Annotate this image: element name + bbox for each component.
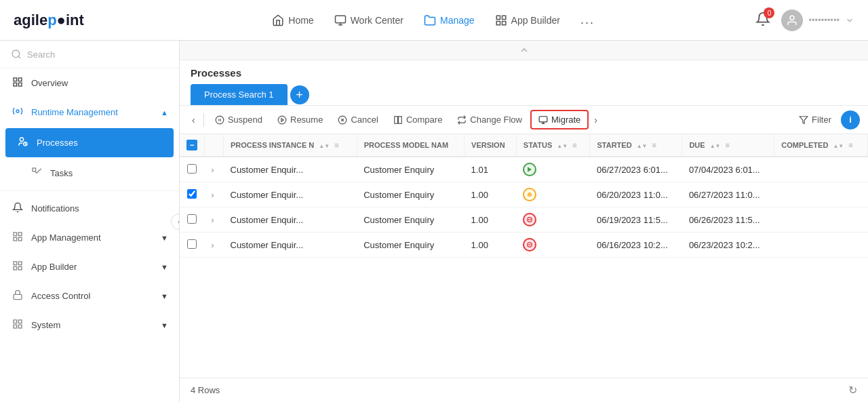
svg-point-15 xyxy=(20,138,23,141)
th-completed: COMPLETED ▲▼ ≡ xyxy=(774,134,868,157)
col-settings-1[interactable]: ≡ xyxy=(334,141,338,149)
cell-due: 07/04/2023 6:01... xyxy=(682,157,774,182)
row-checkbox-3[interactable] xyxy=(187,239,197,249)
refresh-button[interactable]: ↻ xyxy=(848,384,857,397)
suspend-button[interactable]: Suspend xyxy=(208,111,269,128)
col-settings-started[interactable]: ≡ xyxy=(652,141,656,149)
cell-expand: › xyxy=(205,182,224,207)
col-settings-due[interactable]: ≡ xyxy=(726,141,730,149)
sidebar-item-notifications[interactable]: Notifications xyxy=(0,194,179,223)
info-label: i xyxy=(849,115,852,125)
th-process-instance-label: PROCESS INSTANCE N xyxy=(231,141,314,149)
migrate-button[interactable]: Migrate xyxy=(530,110,589,129)
sidebar-item-access-control[interactable]: Access Control ▼ xyxy=(0,281,179,310)
table-row: ›Customer Enquir...Customer Enquiry1.010… xyxy=(180,157,868,182)
nav-home[interactable]: Home xyxy=(272,14,313,26)
folder-icon xyxy=(424,14,436,26)
col-settings-completed[interactable]: ≡ xyxy=(848,141,852,149)
runtime-icon xyxy=(11,106,24,119)
sidebar-item-runtime-management[interactable]: Runtime Management ▲ xyxy=(0,98,179,127)
back-button[interactable]: ‹ xyxy=(188,112,199,128)
user-icon xyxy=(786,14,798,26)
cancel-button[interactable]: Cancel xyxy=(331,111,384,128)
status-icon-1 xyxy=(523,188,536,201)
sidebar-item-processes[interactable]: Processes xyxy=(5,128,174,157)
change-flow-icon xyxy=(457,115,467,125)
filter-label: Filter xyxy=(812,115,831,125)
expand-button-0[interactable]: › xyxy=(212,165,214,175)
th-process-model-label: PROCESS MODEL NAM xyxy=(364,141,448,149)
processes-header: Processes Process Search 1 + xyxy=(180,60,868,106)
cell-process-instance: Customer Enquir... xyxy=(224,157,357,182)
nav-more[interactable]: ... xyxy=(580,13,595,27)
expand-button-2[interactable]: › xyxy=(212,216,214,225)
th-expand xyxy=(205,134,224,157)
svg-rect-5 xyxy=(496,21,500,24)
svg-rect-12 xyxy=(14,83,17,86)
row-count: 4 Rows xyxy=(191,385,220,395)
nav-work-center[interactable]: Work Center xyxy=(334,14,403,26)
sidebar-item-app-management[interactable]: App Management ▼ xyxy=(0,223,179,252)
user-menu[interactable]: •••••••••• xyxy=(781,9,854,31)
migrate-label: Migrate xyxy=(551,115,580,125)
svg-marker-45 xyxy=(528,167,532,172)
cell-process-model: Customer Enquiry xyxy=(357,233,464,258)
cell-status xyxy=(516,233,590,258)
expand-button-1[interactable]: › xyxy=(212,190,214,200)
resume-label: Resume xyxy=(290,115,323,125)
row-checkbox-1[interactable] xyxy=(187,189,197,199)
nav-items: Home Work Center Manage App Builder ... xyxy=(111,13,756,27)
sidebar-item-overview[interactable]: Overview xyxy=(0,68,179,98)
notification-button[interactable]: 0 xyxy=(755,12,770,28)
svg-marker-35 xyxy=(281,118,284,121)
next-button[interactable]: › xyxy=(590,112,601,128)
expand-button-3[interactable]: › xyxy=(212,241,214,250)
app-management-chevron-icon: ▼ xyxy=(161,234,168,242)
logo[interactable]: agilep●int xyxy=(14,12,84,29)
cell-checkbox xyxy=(180,157,205,182)
main-layout: Search Overview Runtime Management ▲ Pro… xyxy=(0,41,868,402)
status-icon-2 xyxy=(523,213,536,226)
sidebar-processes-label: Processes xyxy=(37,138,78,148)
app-management-icon xyxy=(11,231,24,244)
th-select: − xyxy=(180,134,205,157)
svg-rect-28 xyxy=(18,320,22,323)
row-checkbox-0[interactable] xyxy=(187,164,197,174)
cell-status xyxy=(516,157,590,182)
add-tab-button[interactable]: + xyxy=(290,85,309,104)
th-status: STATUS ▲▼ ≡ xyxy=(516,134,590,157)
resume-button[interactable]: Resume xyxy=(271,111,330,128)
cell-expand: › xyxy=(205,157,224,182)
processes-table: − PROCESS INSTANCE N ▲▼ ≡ PROCESS MODEL … xyxy=(180,134,868,258)
sidebar-item-tasks[interactable]: Tasks xyxy=(0,159,179,188)
nav-manage-label: Manage xyxy=(440,15,475,26)
migrate-icon xyxy=(538,115,548,125)
top-collapse-button[interactable] xyxy=(180,41,868,60)
cell-completed xyxy=(774,207,868,233)
compare-icon xyxy=(393,115,403,125)
th-status-label: STATUS xyxy=(524,141,552,149)
sidebar-system-label: System xyxy=(31,320,60,330)
row-checkbox-2[interactable] xyxy=(187,214,197,224)
sidebar-app-builder-label: App Builder xyxy=(31,262,77,272)
tab-process-search-1[interactable]: Process Search 1 xyxy=(191,84,288,105)
cell-started: 06/27/2023 6:01... xyxy=(590,157,682,182)
tasks-icon xyxy=(30,167,43,180)
nav-manage[interactable]: Manage xyxy=(424,14,475,26)
home-icon xyxy=(272,14,284,26)
nav-app-builder[interactable]: App Builder xyxy=(495,14,560,26)
cell-due: 06/26/2023 11:5... xyxy=(682,207,774,233)
svg-point-31 xyxy=(216,116,224,124)
sidebar-search[interactable]: Search xyxy=(0,41,179,68)
change-flow-button[interactable]: Change Flow xyxy=(450,111,529,128)
nav-right: 0 •••••••••• xyxy=(755,9,854,31)
table-body: ›Customer Enquir...Customer Enquiry1.010… xyxy=(180,157,868,258)
col-settings-status[interactable]: ≡ xyxy=(572,141,576,149)
page-title: Processes xyxy=(191,67,857,79)
info-button[interactable]: i xyxy=(841,110,860,129)
sidebar-item-system[interactable]: System ▼ xyxy=(0,310,179,340)
svg-rect-41 xyxy=(539,116,547,121)
filter-button[interactable]: Filter xyxy=(792,111,838,128)
compare-button[interactable]: Compare xyxy=(387,111,449,128)
sidebar-item-app-builder[interactable]: App Builder ▼ xyxy=(0,252,179,281)
